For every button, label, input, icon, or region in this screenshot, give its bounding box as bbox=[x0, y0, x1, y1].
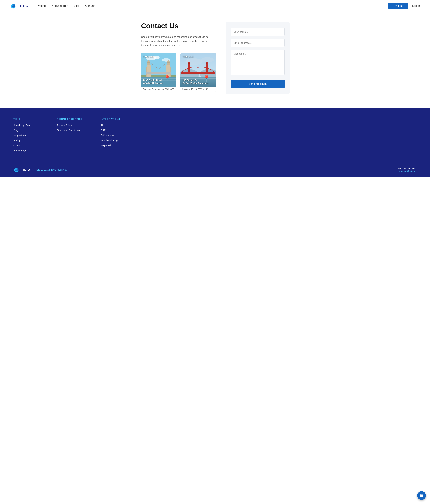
footer-logo-icon bbox=[13, 167, 19, 173]
footer-heading-tidio: TIDIO bbox=[13, 118, 44, 120]
page-description: Should you have any questions regarding … bbox=[141, 35, 212, 47]
footer-link-help-desk[interactable]: Help desk bbox=[101, 144, 131, 147]
footer-heading-integrations: INTEGRATIONS bbox=[101, 118, 131, 120]
nav-contact[interactable]: Contact bbox=[85, 4, 95, 8]
svg-point-2 bbox=[12, 4, 14, 6]
svg-rect-40 bbox=[206, 62, 208, 63]
svg-rect-25 bbox=[166, 72, 171, 74]
navbar-actions: Try it out Log in bbox=[388, 3, 420, 9]
svg-rect-23 bbox=[151, 72, 166, 74]
logo-link[interactable]: TIDIO bbox=[10, 3, 28, 9]
sf-image: Tidio LLC 180 Steuart St CA 94119, San F… bbox=[180, 53, 216, 87]
svg-rect-38 bbox=[206, 63, 208, 74]
svg-rect-12 bbox=[147, 65, 151, 78]
name-field-wrapper bbox=[231, 28, 285, 36]
sf-map-pin: 📍 bbox=[203, 75, 210, 82]
nav-blog[interactable]: Blog bbox=[74, 4, 79, 8]
svg-rect-24 bbox=[146, 72, 151, 74]
email-field-wrapper bbox=[231, 39, 285, 47]
london-map-pin: 📍 bbox=[163, 75, 171, 82]
svg-point-50 bbox=[15, 168, 17, 170]
footer-link-knowledge-base[interactable]: Knowledge Base bbox=[13, 124, 44, 126]
message-textarea[interactable] bbox=[231, 50, 285, 75]
footer-link-status-page[interactable]: Status Page bbox=[13, 149, 44, 152]
navbar-nav: Pricing Knowledge ▾ Blog Contact bbox=[37, 4, 388, 8]
login-button[interactable]: Log in bbox=[412, 4, 420, 8]
footer-logo-text: TIDIO bbox=[21, 168, 30, 172]
sf-company-name: Tidio LLC bbox=[182, 55, 194, 58]
nav-pricing[interactable]: Pricing bbox=[37, 4, 46, 8]
logo-text: TIDIO bbox=[18, 4, 28, 8]
footer-link-all[interactable]: All bbox=[101, 124, 131, 126]
navbar: TIDIO Pricing Knowledge ▾ Blog Contact T… bbox=[0, 0, 430, 12]
contact-form-column: Send Message bbox=[226, 22, 290, 94]
london-image: Tidio Ltd. 220C Blythe Road W14 00HH, Lo… bbox=[141, 53, 176, 87]
footer-link-crm[interactable]: CRM bbox=[101, 129, 131, 132]
footer-email-link[interactable]: support@tidio.net bbox=[399, 170, 417, 172]
london-company-name: Tidio Ltd. bbox=[143, 55, 154, 58]
left-column: Contact Us Should you have any questions… bbox=[141, 22, 216, 94]
footer-logo-group: TIDIO Tidio 2019. All rights reserved. bbox=[13, 167, 67, 173]
main-content: Contact Us Should you have any questions… bbox=[131, 12, 299, 108]
chevron-down-icon: ▾ bbox=[67, 5, 68, 7]
footer-columns: TIDIO Knowledge Base Blog Integrations P… bbox=[13, 118, 417, 162]
footer: TIDIO Knowledge Base Blog Integrations P… bbox=[0, 108, 430, 177]
footer-phone: UK 020 3289 7807 bbox=[398, 167, 417, 170]
message-field-wrapper bbox=[231, 50, 285, 76]
london-address: 220C Blythe Road W14 00HH, London bbox=[143, 79, 163, 85]
footer-link-privacy-policy[interactable]: Privacy Policy bbox=[57, 124, 87, 126]
svg-point-28 bbox=[201, 57, 214, 62]
location-cards: Tidio Ltd. 220C Blythe Road W14 00HH, Lo… bbox=[141, 53, 216, 92]
footer-link-contact[interactable]: Contact bbox=[13, 144, 44, 147]
london-card: Tidio Ltd. 220C Blythe Road W14 00HH, Lo… bbox=[141, 53, 176, 92]
tidio-logo-icon bbox=[10, 3, 17, 9]
footer-link-email-marketing[interactable]: Email marketing bbox=[101, 139, 131, 142]
footer-col-tidio: TIDIO Knowledge Base Blog Integrations P… bbox=[13, 118, 44, 154]
footer-link-integrations[interactable]: Integrations bbox=[13, 134, 44, 137]
london-card-footer: Company Reg. Number: 08650990 bbox=[141, 87, 176, 92]
svg-rect-32 bbox=[180, 78, 216, 79]
page-title: Contact Us bbox=[141, 22, 216, 30]
send-message-button[interactable]: Send Message bbox=[231, 80, 285, 88]
footer-link-blog[interactable]: Blog bbox=[13, 129, 44, 132]
sf-card: Tidio LLC 180 Steuart St CA 94119, San F… bbox=[180, 53, 216, 92]
svg-rect-37 bbox=[188, 62, 190, 63]
footer-copyright: Tidio 2019. All rights reserved. bbox=[35, 169, 67, 171]
footer-heading-tos: TERMS OF SERVICE bbox=[57, 118, 87, 120]
sf-card-footer: Company ID: 201530310152 bbox=[180, 87, 216, 92]
footer-link-ecommerce[interactable]: E-Commerce bbox=[101, 134, 131, 137]
footer-link-pricing[interactable]: Pricing bbox=[13, 139, 44, 142]
name-input[interactable] bbox=[231, 28, 285, 36]
footer-bottom: TIDIO Tidio 2019. All rights reserved. U… bbox=[13, 162, 417, 177]
svg-rect-35 bbox=[188, 63, 190, 74]
footer-col-integrations: INTEGRATIONS All CRM E-Commerce Email ma… bbox=[101, 118, 131, 154]
email-input[interactable] bbox=[231, 39, 285, 47]
svg-rect-34 bbox=[181, 72, 215, 74]
footer-link-terms-and-conditions[interactable]: Terms and Conditions bbox=[57, 129, 87, 132]
contact-form: Send Message bbox=[226, 22, 290, 94]
footer-contact-info: UK 020 3289 7807 support@tidio.net bbox=[398, 167, 417, 172]
footer-col-tos: TERMS OF SERVICE Privacy Policy Terms an… bbox=[57, 118, 87, 154]
nav-knowledge[interactable]: Knowledge ▾ bbox=[52, 4, 68, 8]
try-it-out-button[interactable]: Try it out bbox=[388, 3, 408, 9]
